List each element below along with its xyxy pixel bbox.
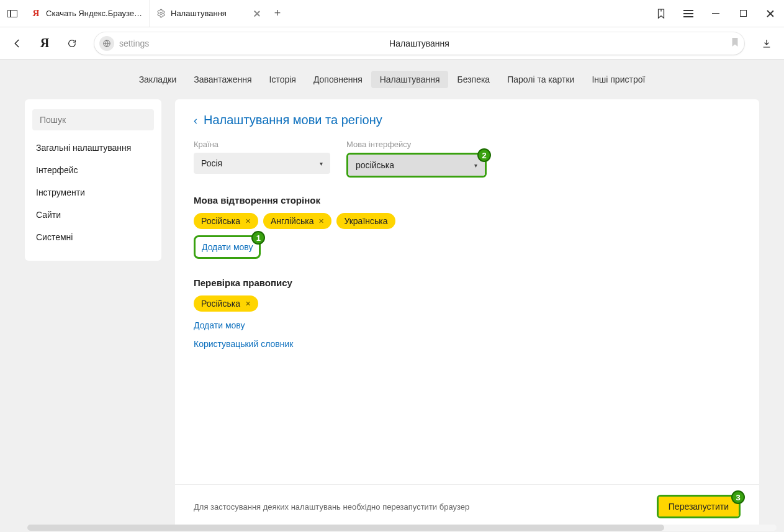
- window-minimize[interactable]: [702, 0, 729, 27]
- restart-highlight: Перезапустити 3: [657, 495, 741, 518]
- gear-icon: [156, 9, 166, 19]
- user-dictionary-link[interactable]: Користувацький словник: [194, 336, 293, 351]
- restart-button[interactable]: Перезапустити: [659, 497, 739, 516]
- settings-topnav: Закладки Завантаження Історія Доповнення…: [0, 60, 784, 99]
- window-close[interactable]: [757, 0, 784, 27]
- sidebar-panel-toggle[interactable]: [0, 0, 25, 27]
- nav-security[interactable]: Безпека: [448, 71, 498, 88]
- panel-icon: [7, 10, 17, 17]
- tab-title: Налаштування: [171, 9, 250, 18]
- sidebar-item-interface[interactable]: Інтерфейс: [25, 159, 161, 181]
- nav-devices[interactable]: Інші пристрої: [583, 71, 654, 88]
- address-bar[interactable]: settings Налаштування: [94, 32, 744, 55]
- spellcheck-chips: Російська✕: [194, 295, 741, 312]
- window-controls: [647, 0, 784, 27]
- address-bar-row: Я settings Налаштування: [0, 27, 784, 60]
- annotation-badge-3: 3: [731, 490, 745, 504]
- chevron-down-icon: ▾: [320, 160, 323, 167]
- bookmarks-button[interactable]: [647, 0, 675, 27]
- page-language-chips: Російська✕ Англійська✕ Українська: [194, 213, 741, 229]
- nav-settings[interactable]: Налаштування: [371, 71, 449, 88]
- globe-icon: [99, 36, 114, 51]
- page-title: Налаштування мови та регіону: [204, 113, 382, 127]
- back-button[interactable]: [5, 27, 30, 59]
- menu-button[interactable]: [675, 0, 702, 27]
- chevron-down-icon: ▾: [474, 162, 477, 169]
- horizontal-scrollbar[interactable]: [27, 525, 777, 531]
- spell-chip-russian[interactable]: Російська✕: [194, 295, 258, 312]
- country-select[interactable]: Росія ▾: [194, 153, 330, 174]
- settings-main: ‹ Налаштування мови та регіону Країна Ро…: [175, 99, 759, 528]
- add-page-language-link[interactable]: Додати мову: [202, 240, 253, 255]
- nav-downloads[interactable]: Завантаження: [185, 71, 260, 88]
- downloads-button[interactable]: [754, 27, 779, 59]
- ui-language-highlight: російська ▾ 2: [346, 153, 487, 178]
- lang-chip-russian[interactable]: Російська✕: [194, 213, 258, 229]
- add-language-highlight: Додати мову 1: [194, 235, 261, 259]
- page-language-title: Мова відтворення сторінок: [194, 195, 741, 205]
- lang-chip-ukrainian[interactable]: Українська: [336, 213, 395, 229]
- tab-settings[interactable]: Налаштування: [149, 0, 267, 27]
- country-label: Країна: [194, 140, 330, 149]
- remove-icon[interactable]: ✕: [318, 217, 324, 225]
- scrollbar-thumb[interactable]: [27, 525, 664, 531]
- nav-extensions[interactable]: Доповнення: [305, 71, 371, 88]
- remove-icon[interactable]: ✕: [245, 300, 251, 308]
- nav-passwords[interactable]: Паролі та картки: [498, 71, 583, 88]
- annotation-badge-1: 1: [251, 231, 265, 245]
- add-spell-language-link[interactable]: Додати мову: [194, 318, 245, 333]
- close-icon: [766, 9, 775, 18]
- spellcheck-title: Перевірка правопису: [194, 277, 741, 288]
- country-value: Росія: [201, 158, 222, 168]
- hamburger-icon: [683, 10, 693, 17]
- browser-chrome-top: Я Скачать Яндекс.Браузер д Налаштування …: [0, 0, 784, 27]
- tab-strip: Я Скачать Яндекс.Браузер д Налаштування: [25, 0, 267, 27]
- sidebar-item-tools[interactable]: Інструменти: [25, 181, 161, 204]
- address-page-title: Налаштування: [389, 38, 449, 48]
- nav-history[interactable]: Історія: [261, 71, 305, 88]
- search-input[interactable]: [32, 109, 154, 130]
- settings-page: Закладки Завантаження Історія Доповнення…: [0, 60, 784, 532]
- sidebar-item-system[interactable]: Системні: [25, 226, 161, 248]
- tab-title: Скачать Яндекс.Браузер д: [46, 9, 143, 18]
- yandex-favicon: Я: [31, 9, 41, 19]
- ui-language-label: Мова інтерфейсу: [346, 140, 487, 149]
- address-url: settings: [119, 38, 149, 48]
- reload-button[interactable]: [60, 27, 84, 59]
- back-chevron-icon[interactable]: ‹: [194, 115, 197, 126]
- sidebar-item-general[interactable]: Загальні налаштування: [25, 137, 161, 159]
- sidebar-search-wrap: [32, 109, 154, 130]
- annotation-badge-2: 2: [477, 148, 491, 162]
- ui-language-value: російська: [356, 160, 394, 170]
- window-maximize[interactable]: [729, 0, 757, 27]
- ui-language-field: Мова інтерфейсу російська ▾ 2: [346, 140, 487, 178]
- country-field: Країна Росія ▾: [194, 140, 330, 178]
- settings-sidebar: Загальні налаштування Інтерфейс Інструме…: [25, 99, 161, 261]
- bookmark-icon[interactable]: [731, 37, 739, 49]
- page-header: ‹ Налаштування мови та регіону: [194, 113, 741, 127]
- settings-footer: Для застосування деяких налаштувань необ…: [175, 484, 759, 528]
- nav-bookmarks[interactable]: Закладки: [130, 71, 186, 88]
- lang-chip-english[interactable]: Англійська✕: [263, 213, 331, 229]
- svg-point-0: [160, 12, 162, 15]
- tab-yandex-download[interactable]: Я Скачать Яндекс.Браузер д: [25, 0, 149, 27]
- yandex-home-button[interactable]: Я: [32, 27, 57, 59]
- sidebar-item-sites[interactable]: Сайти: [25, 204, 161, 226]
- close-icon[interactable]: [253, 10, 261, 17]
- ui-language-select[interactable]: російська ▾: [348, 155, 485, 176]
- remove-icon[interactable]: ✕: [245, 217, 251, 225]
- restart-hint: Для застосування деяких налаштувань необ…: [194, 502, 469, 512]
- new-tab-button[interactable]: +: [267, 0, 288, 27]
